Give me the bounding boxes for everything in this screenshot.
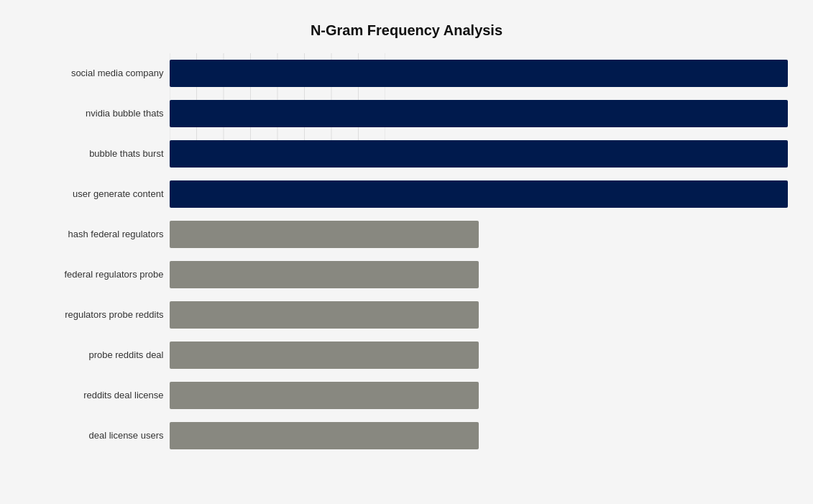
- y-label: social media company: [26, 55, 164, 91]
- bar: [170, 221, 479, 248]
- bar-row: [170, 138, 788, 170]
- chart-area: social media companynvidia bubble thatsb…: [26, 53, 788, 456]
- y-label: reddits deal license: [26, 377, 164, 413]
- bar: [170, 301, 479, 329]
- y-label: regulators probe reddits: [26, 297, 164, 333]
- bar: [170, 60, 788, 87]
- bar: [170, 261, 479, 288]
- bar: [170, 140, 788, 168]
- bar-row: [170, 178, 788, 210]
- y-label: hash federal regulators: [26, 216, 164, 252]
- bar-row: [170, 219, 788, 250]
- y-label: probe reddits deal: [26, 337, 164, 373]
- bar: [170, 342, 479, 369]
- plot-area: [170, 53, 788, 456]
- bar-row: [170, 259, 788, 290]
- bar: [170, 180, 788, 208]
- bar-row: [170, 299, 788, 331]
- y-label: federal regulators probe: [26, 257, 164, 293]
- chart-title: N-Gram Frequency Analysis: [26, 22, 788, 39]
- y-label: user generate content: [26, 176, 164, 212]
- y-label: bubble thats burst: [26, 136, 164, 172]
- chart-container: N-Gram Frequency Analysis social media c…: [12, 8, 802, 497]
- y-label: deal license users: [26, 418, 164, 454]
- bar: [170, 382, 479, 409]
- bar-row: [170, 380, 788, 411]
- bar: [170, 100, 788, 127]
- bar-row: [170, 58, 788, 89]
- bar-row: [170, 420, 788, 452]
- y-axis: social media companynvidia bubble thatsb…: [26, 53, 170, 456]
- bar: [170, 422, 479, 449]
- bar-row: [170, 339, 788, 371]
- y-label: nvidia bubble thats: [26, 96, 164, 132]
- bar-row: [170, 98, 788, 129]
- bars-wrapper: [170, 53, 788, 456]
